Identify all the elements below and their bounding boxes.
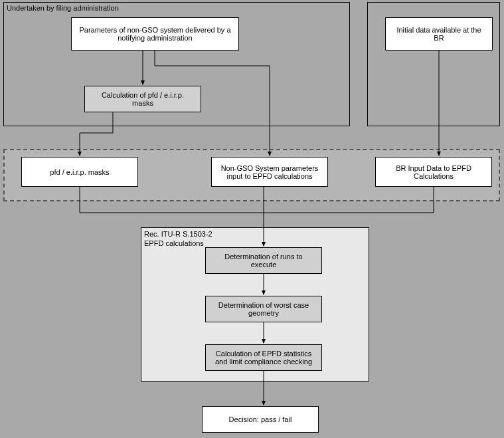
arrows-svg xyxy=(0,0,504,438)
